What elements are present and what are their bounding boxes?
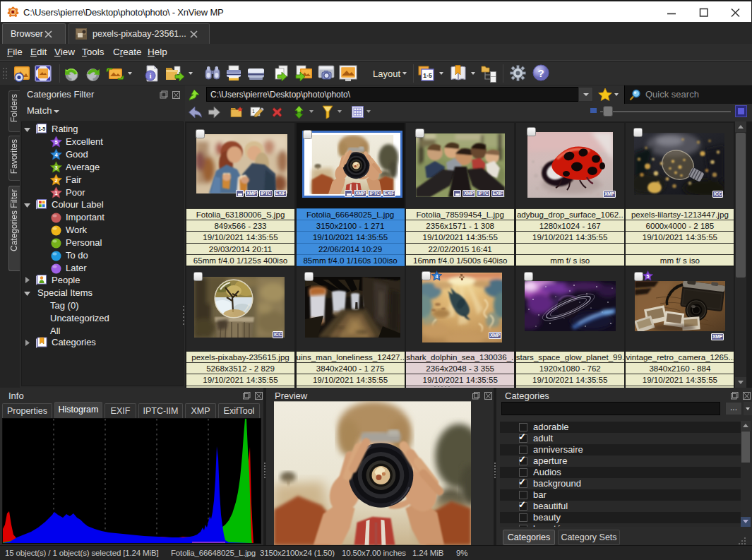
svg-text:4: 4 [436,274,438,279]
svg-text:1-5: 1-5 [423,72,432,79]
svg-text:2: 2 [54,177,57,184]
svg-text:1: 1 [54,190,57,196]
svg-text:i: i [149,71,151,80]
svg-text:5: 5 [647,274,650,279]
svg-text:?: ? [537,67,544,79]
svg-text:3: 3 [54,165,57,171]
svg-text:1: 1 [252,109,255,114]
svg-text:1-5: 1-5 [38,126,45,131]
svg-text:5: 5 [54,139,57,145]
